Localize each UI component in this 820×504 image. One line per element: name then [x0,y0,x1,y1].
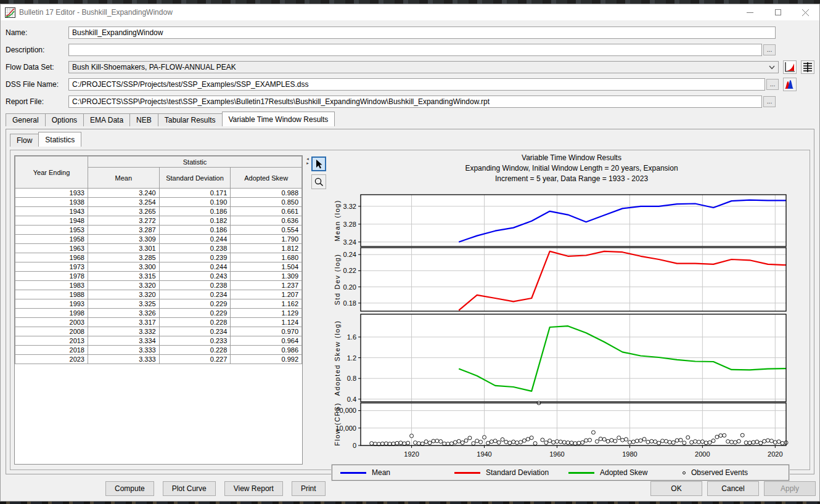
table-cell[interactable]: 1.309 [231,272,302,281]
table-cell[interactable]: 0.186 [159,207,231,216]
table-cell[interactable]: 0.992 [231,355,302,364]
table-cell[interactable]: 1943 [15,207,88,216]
table-cell[interactable]: 1.812 [231,244,302,253]
header-statistic[interactable]: Statistic [88,156,302,168]
table-cell[interactable]: 1983 [15,281,88,290]
table-cell[interactable]: 0.171 [159,189,231,198]
name-input[interactable] [68,26,776,39]
table-cell[interactable]: 2003 [15,318,88,327]
table-cell[interactable]: 0.186 [159,226,231,235]
header-adopted-skew[interactable]: Adopted Skew [231,168,302,189]
tab-general[interactable]: General [6,113,46,126]
table-cell[interactable]: 1938 [15,198,88,207]
subtab-flow[interactable]: Flow [10,134,39,147]
table-cell[interactable]: 0.970 [231,327,302,336]
table-row[interactable]: 20083.3320.2340.970 [15,327,302,336]
table-row[interactable]: 19783.3150.2431.309 [15,272,302,281]
table-cell[interactable]: 2018 [15,346,88,355]
table-cell[interactable]: 3.300 [88,262,160,272]
tabulate-flow-data-button[interactable] [801,60,814,74]
tab-ema-data[interactable]: EMA Data [83,113,130,126]
table-row[interactable]: 19983.3260.2291.129 [15,309,302,318]
table-cell[interactable]: 3.285 [88,253,160,262]
table-cell[interactable]: 3.332 [88,327,160,336]
table-cell[interactable]: 3.333 [88,355,160,364]
table-cell[interactable]: 3.326 [88,309,160,318]
table-row[interactable]: 19733.3000.2441.504 [15,262,302,272]
report-file-browse-button[interactable]: ... [763,96,776,107]
view-report-button[interactable]: View Report [224,481,283,496]
table-cell[interactable]: 1948 [15,216,88,226]
table-cell[interactable]: 0.964 [231,336,302,346]
table-cell[interactable]: 1.680 [231,253,302,262]
tab-neb[interactable]: NEB [129,113,158,126]
table-cell[interactable]: 3.265 [88,207,160,216]
table-row[interactable]: 20033.3170.2281.124 [15,318,302,327]
table-cell[interactable]: 3.334 [88,336,160,346]
dss-distribution-button[interactable] [783,78,797,91]
table-cell[interactable]: 1933 [15,189,88,198]
table-cell[interactable]: 1.207 [231,290,302,299]
table-cell[interactable]: 3.320 [88,281,160,290]
split-pane-divider[interactable]: ◂▸ [305,155,310,465]
pointer-tool-button[interactable] [311,156,326,171]
table-cell[interactable]: 2023 [15,355,88,364]
table-cell[interactable]: 3.240 [88,189,160,198]
table-cell[interactable]: 3.301 [88,244,160,253]
table-cell[interactable]: 1978 [15,272,88,281]
close-button[interactable] [792,4,819,20]
cancel-button[interactable]: Cancel [707,481,759,496]
table-cell[interactable]: 0.636 [231,216,302,226]
table-cell[interactable]: 0.244 [159,262,231,272]
table-cell[interactable]: 0.239 [159,253,231,262]
table-cell[interactable]: 0.182 [159,216,231,226]
table-row[interactable]: 19433.2650.1860.661 [15,207,302,216]
table-cell[interactable]: 0.238 [159,244,231,253]
splitter-collapse-icons[interactable]: ◂▸ [305,156,310,165]
ok-button[interactable]: OK [650,481,702,496]
table-cell[interactable]: 3.287 [88,226,160,235]
table-cell[interactable]: 2013 [15,336,88,346]
table-cell[interactable]: 3.317 [88,318,160,327]
table-cell[interactable]: 1953 [15,226,88,235]
flow-data-set-combo[interactable]: Bush Kill-Shoemakers, PA-FLOW-ANNUAL PEA… [68,61,779,73]
report-file-input[interactable] [68,96,762,108]
table-cell[interactable]: 3.272 [88,216,160,226]
table-cell[interactable]: 0.228 [159,346,231,355]
apply-button[interactable]: Apply [764,481,816,496]
minimize-button[interactable] [736,4,764,20]
table-cell[interactable]: 1963 [15,244,88,253]
table-cell[interactable]: 3.320 [88,290,160,299]
table-row[interactable]: 20233.3330.2270.992 [15,355,302,364]
table-cell[interactable]: 1.237 [231,281,302,290]
plot-curve-button[interactable]: Plot Curve [163,481,216,496]
table-row[interactable]: 19883.3200.2341.207 [15,290,302,299]
table-cell[interactable]: 0.234 [159,327,231,336]
tab-variable-time-window-results[interactable]: Variable Time Window Results [222,112,335,126]
table-cell[interactable]: 1968 [15,253,88,262]
header-standard-deviation[interactable]: Standard Deviation [159,168,231,189]
table-cell[interactable]: 0.229 [159,309,231,318]
table-cell[interactable]: 0.554 [231,226,302,235]
table-cell[interactable]: 0.850 [231,198,302,207]
table-cell[interactable]: 0.661 [231,207,302,216]
table-row[interactable]: 19383.2540.1900.850 [15,198,302,207]
table-cell[interactable]: 0.234 [159,290,231,299]
table-row[interactable]: 20183.3330.2280.986 [15,346,302,355]
table-cell[interactable]: 1.129 [231,309,302,318]
table-row[interactable]: 19933.3250.2291.162 [15,299,302,309]
table-cell[interactable]: 0.190 [159,198,231,207]
table-cell[interactable]: 1998 [15,309,88,318]
compute-button[interactable]: Compute [105,481,154,496]
table-cell[interactable]: 3.333 [88,346,160,355]
table-cell[interactable]: 3.309 [88,235,160,244]
table-cell[interactable]: 1993 [15,299,88,309]
tab-options[interactable]: Options [45,113,84,126]
table-row[interactable]: 19583.3090.2441.790 [15,235,302,244]
table-cell[interactable]: 3.315 [88,272,160,281]
table-cell[interactable]: 1988 [15,290,88,299]
zoom-tool-button[interactable] [311,174,326,189]
dss-file-browse-button[interactable]: ... [766,79,779,90]
table-cell[interactable]: 0.233 [159,336,231,346]
table-row[interactable]: 20133.3340.2330.964 [15,336,302,346]
